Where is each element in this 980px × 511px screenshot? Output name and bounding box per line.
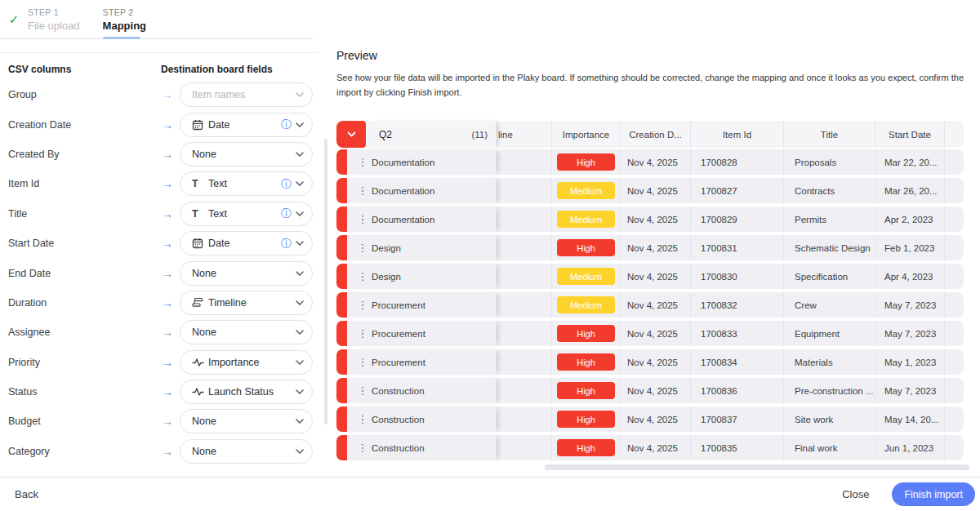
cell-timeline xyxy=(497,178,552,203)
cell-start-date: Mar 22, 20... xyxy=(875,149,945,175)
arrow-right-icon: → xyxy=(162,415,180,428)
column-header-start-date[interactable]: Start Date xyxy=(875,121,945,148)
group-collapse-button[interactable] xyxy=(336,121,366,148)
kebab-menu-icon[interactable]: ⋮ xyxy=(354,327,372,340)
table-row[interactable]: ⋮Documentation High Nov 4, 2025 1700828 … xyxy=(336,149,964,175)
cell-title: Proposals xyxy=(784,149,875,175)
column-header-title[interactable]: Title xyxy=(784,121,875,148)
table-row[interactable]: ⋮Procurement High Nov 4, 2025 1700834 Ma… xyxy=(336,349,964,375)
field-select-status[interactable]: Launch Status xyxy=(180,380,313,404)
cell-start-date: Jun 1, 2023 xyxy=(875,435,945,460)
table-row[interactable]: ⋮Construction High Nov 4, 2025 1700835 F… xyxy=(336,435,964,460)
mapping-panel-scrollbar[interactable] xyxy=(324,139,327,424)
cell-creation-date: Nov 4, 2025 xyxy=(621,435,691,460)
cell-title: Permits xyxy=(784,207,875,232)
cell-creation-date: Nov 4, 2025 xyxy=(621,149,691,175)
mapping-panel: CSV columns Destination board fields Gro… xyxy=(0,52,318,466)
csv-column-label: Category xyxy=(8,446,162,457)
preview-description: See how your file data will be imported … xyxy=(336,71,968,100)
kebab-menu-icon[interactable]: ⋮ xyxy=(354,442,372,454)
kebab-menu-icon[interactable]: ⋮ xyxy=(354,213,372,225)
table-row[interactable]: ⋮Design High Nov 4, 2025 1700831 Schemat… xyxy=(336,235,964,260)
back-button[interactable]: Back xyxy=(15,488,38,500)
info-icon[interactable]: ⓘ xyxy=(281,238,292,249)
kebab-menu-icon[interactable]: ⋮ xyxy=(354,413,372,425)
kebab-menu-icon[interactable]: ⋮ xyxy=(354,299,372,311)
active-tab-indicator xyxy=(103,37,140,39)
info-icon[interactable]: ⓘ xyxy=(281,119,292,130)
cell-start-date: Feb 1, 2023 xyxy=(875,235,945,260)
table-row[interactable]: ⋮Documentation Medium Nov 4, 2025 170082… xyxy=(336,178,964,203)
chevron-down-icon xyxy=(296,241,304,246)
cell-creation-date: Nov 4, 2025 xyxy=(621,207,691,232)
kebab-menu-icon[interactable]: ⋮ xyxy=(354,184,372,197)
arrow-right-icon: → xyxy=(162,445,180,458)
cell-start-date: May 7, 2023 xyxy=(875,321,945,346)
cell-start-date: Apr 2, 2023 xyxy=(875,207,945,232)
field-select-end-date[interactable]: None xyxy=(180,261,313,286)
kebab-menu-icon[interactable]: ⋮ xyxy=(354,384,372,397)
chevron-down-icon xyxy=(296,330,304,335)
table-row[interactable]: ⋮Construction High Nov 4, 2025 1700836 P… xyxy=(336,378,964,403)
field-select-item-id[interactable]: T Text ⓘ xyxy=(180,171,313,196)
importance-badge: Medium xyxy=(557,268,615,285)
kebab-menu-icon[interactable]: ⋮ xyxy=(354,242,372,254)
column-header-creation-date[interactable]: Creation D... xyxy=(621,121,691,148)
kebab-menu-icon[interactable]: ⋮ xyxy=(354,156,372,168)
chevron-down-icon xyxy=(296,449,304,454)
cell-title: Materials xyxy=(784,349,875,375)
chevron-down-icon xyxy=(296,419,304,424)
field-select-assignee[interactable]: None xyxy=(180,320,313,344)
cell-spacer xyxy=(945,207,964,232)
cell-group: Design xyxy=(372,272,401,282)
kebab-menu-icon[interactable]: ⋮ xyxy=(354,356,372,368)
cell-item-id: 1700831 xyxy=(691,235,784,260)
mapping-row-item-id: Item Id → T Text ⓘ xyxy=(0,169,318,198)
column-header-spacer xyxy=(945,121,964,148)
cell-title: Crew xyxy=(784,292,875,318)
field-select-priority[interactable]: Importance xyxy=(180,350,313,375)
cell-creation-date: Nov 4, 2025 xyxy=(621,292,691,318)
field-select-start-date[interactable]: Date ⓘ xyxy=(180,231,313,256)
finish-import-button[interactable]: Finish import xyxy=(892,482,975,506)
importance-badge: High xyxy=(557,439,615,456)
pulse-icon xyxy=(192,387,208,397)
cell-start-date: May 1, 2023 xyxy=(875,349,945,375)
table-row[interactable]: ⋮Procurement Medium Nov 4, 2025 1700832 … xyxy=(336,292,964,318)
calendar-icon xyxy=(192,238,208,249)
cell-start-date: May 7, 2023 xyxy=(875,292,945,318)
info-icon[interactable]: ⓘ xyxy=(281,179,292,189)
field-select-duration[interactable]: Timeline xyxy=(180,291,313,315)
field-select-creation-date[interactable]: Date ⓘ xyxy=(180,113,313,137)
cell-item-id: 1700832 xyxy=(691,292,784,318)
mapping-row-start-date: Start Date → Date ⓘ xyxy=(0,229,318,258)
cell-timeline xyxy=(497,321,552,346)
field-select-budget[interactable]: None xyxy=(180,409,313,433)
step-2-mapping[interactable]: STEP 2 Mapping xyxy=(103,0,146,39)
column-header-item-id[interactable]: Item Id xyxy=(691,121,784,148)
row-group-color-bar xyxy=(336,264,347,289)
column-header-timeline-partial[interactable]: line xyxy=(497,121,552,148)
info-icon[interactable]: ⓘ xyxy=(281,208,292,219)
step-1-file-upload[interactable]: STEP 1 File upload xyxy=(28,0,80,39)
table-row[interactable]: ⋮Design Medium Nov 4, 2025 1700830 Speci… xyxy=(336,264,964,289)
field-select-category[interactable]: None xyxy=(180,439,313,464)
row-group-color-bar xyxy=(336,178,347,203)
cell-timeline xyxy=(497,292,552,318)
chevron-down-icon xyxy=(296,300,304,305)
group-name[interactable]: Q2 xyxy=(379,129,471,140)
field-select-group[interactable]: Item names xyxy=(180,82,313,107)
close-button[interactable]: Close xyxy=(842,488,869,500)
table-row[interactable]: ⋮Procurement High Nov 4, 2025 1700833 Eq… xyxy=(336,321,964,346)
preview-panel: Preview See how your file data will be i… xyxy=(336,49,968,100)
table-horizontal-scrollbar[interactable] xyxy=(545,464,969,470)
cell-start-date: Mar 26, 20... xyxy=(875,178,945,203)
field-select-created-by[interactable]: None xyxy=(180,142,313,167)
column-header-importance[interactable]: Importance xyxy=(552,121,621,148)
cell-spacer xyxy=(945,407,964,432)
field-select-title[interactable]: T Text ⓘ xyxy=(180,202,313,226)
table-row[interactable]: ⋮Construction High Nov 4, 2025 1700837 S… xyxy=(336,407,964,432)
kebab-menu-icon[interactable]: ⋮ xyxy=(354,270,372,282)
cell-timeline xyxy=(497,264,552,289)
table-row[interactable]: ⋮Documentation Medium Nov 4, 2025 170082… xyxy=(336,207,964,232)
